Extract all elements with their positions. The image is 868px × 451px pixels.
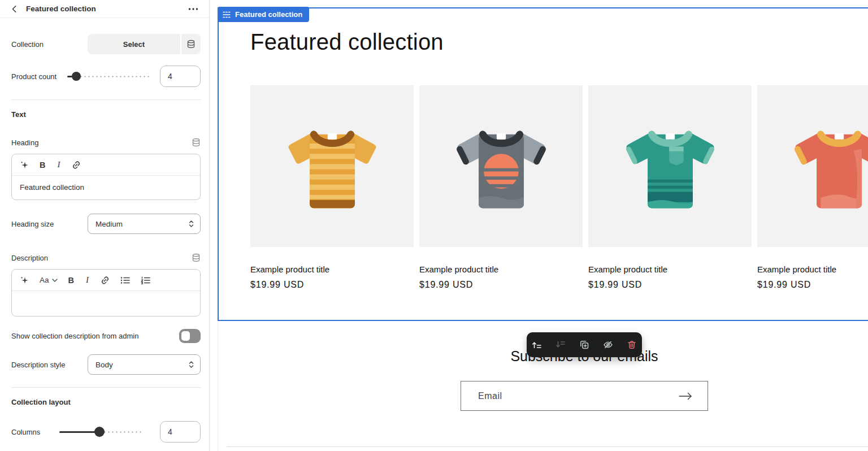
settings-sidebar: Featured collection Collection Select Pr… — [0, 0, 210, 451]
collection-label: Collection — [11, 40, 44, 49]
product-count-input[interactable] — [160, 66, 201, 87]
collection-select-button[interactable]: Select — [88, 34, 180, 54]
theme-preview: Featured collection Featured collection — [210, 0, 868, 451]
description-style-value: Body — [96, 361, 113, 369]
heading-size-label: Heading size — [11, 220, 54, 228]
more-options-button[interactable] — [186, 3, 200, 15]
database-icon — [192, 253, 201, 262]
show-description-toggle[interactable] — [179, 329, 201, 343]
columns-label: Columns — [11, 428, 40, 436]
divider — [11, 387, 201, 388]
columns-row: Columns — [11, 421, 201, 443]
slider-fill — [59, 431, 100, 433]
divider — [11, 99, 201, 100]
product-count-label: Product count — [11, 72, 57, 81]
newsletter-email-form — [461, 381, 708, 411]
section-actions-toolbar — [527, 332, 642, 357]
heading-label-row: Heading — [11, 138, 201, 147]
footer-divider — [227, 446, 868, 447]
text-style-glyph: Aa — [40, 276, 49, 284]
product-count-slider[interactable] — [67, 71, 149, 81]
layout-section-title: Collection layout — [11, 398, 201, 406]
text-style-button[interactable]: Aa — [40, 276, 58, 284]
description-label: Description — [11, 254, 48, 262]
bold-button[interactable]: B — [40, 161, 45, 170]
magic-sparkle-icon[interactable] — [20, 276, 29, 285]
section-badge-label: Featured collection — [235, 10, 302, 19]
chevron-left-icon — [11, 5, 19, 13]
move-down-icon — [555, 340, 566, 350]
panel-title: Featured collection — [26, 5, 186, 13]
duplicate-icon — [579, 340, 589, 350]
link-icon[interactable] — [72, 161, 81, 170]
bold-button[interactable]: B — [68, 276, 74, 285]
toggle-knob — [181, 331, 190, 341]
sidebar-header: Featured collection — [0, 0, 209, 18]
back-button[interactable] — [9, 3, 20, 15]
collection-dynamic-source-button[interactable] — [181, 34, 201, 54]
trash-icon — [627, 340, 637, 350]
section-selection-outline — [218, 7, 868, 321]
columns-input[interactable] — [160, 421, 201, 443]
description-label-row: Description — [11, 253, 201, 262]
section-icon — [223, 11, 231, 18]
email-input[interactable] — [477, 391, 646, 402]
magic-sparkle-icon[interactable] — [20, 161, 29, 170]
move-down-button[interactable] — [554, 339, 567, 351]
bulleted-list-icon[interactable] — [120, 276, 130, 284]
heading-size-select[interactable]: Medium — [88, 214, 201, 234]
heading-rich-text-editor: B I Featured collection — [11, 154, 201, 200]
show-description-row: Show collection description from admin — [11, 329, 201, 343]
product-count-row: Product count — [11, 66, 201, 87]
heading-label: Heading — [11, 138, 38, 147]
italic-button[interactable]: I — [56, 160, 61, 170]
heading-size-row: Heading size Medium — [11, 214, 201, 234]
italic-button[interactable]: I — [85, 275, 90, 285]
submit-arrow-icon[interactable] — [678, 392, 693, 401]
slider-thumb[interactable] — [72, 72, 81, 81]
hide-eye-slash-icon — [603, 340, 613, 350]
description-style-row: Description style Body — [11, 354, 201, 375]
columns-slider[interactable] — [59, 427, 141, 437]
slider-thumb[interactable] — [94, 427, 105, 437]
description-style-label: Description style — [11, 361, 65, 369]
database-icon — [192, 138, 201, 147]
chevron-down-icon — [52, 279, 58, 282]
show-description-label: Show collection description from admin — [11, 332, 138, 340]
ellipsis-icon — [188, 7, 198, 11]
link-icon[interactable] — [101, 276, 110, 285]
heading-input[interactable]: Featured collection — [12, 176, 200, 200]
collection-setting-row: Collection Select — [11, 34, 201, 54]
duplicate-button[interactable] — [578, 339, 591, 351]
hide-button[interactable] — [602, 339, 614, 351]
database-icon — [186, 40, 196, 49]
collection-picker: Select — [88, 34, 201, 54]
heading-editor-toolbar: B I — [12, 154, 200, 176]
description-input[interactable] — [12, 291, 200, 316]
select-chevrons-icon — [188, 360, 194, 369]
select-chevrons-icon — [188, 219, 194, 228]
description-style-select[interactable]: Body — [88, 354, 201, 375]
description-editor-toolbar: Aa B I — [12, 270, 200, 291]
text-section-title: Text — [11, 110, 201, 119]
numbered-list-icon[interactable] — [141, 276, 150, 284]
section-badge[interactable]: Featured collection — [218, 7, 309, 22]
preview-edge-line — [218, 321, 218, 451]
description-dynamic-source-button[interactable] — [192, 253, 201, 262]
move-up-button[interactable] — [531, 339, 543, 351]
delete-button[interactable] — [626, 339, 638, 351]
heading-dynamic-source-button[interactable] — [192, 138, 201, 147]
description-rich-text-editor: Aa B I — [11, 269, 201, 316]
heading-size-value: Medium — [96, 220, 123, 228]
move-up-icon — [532, 340, 542, 350]
